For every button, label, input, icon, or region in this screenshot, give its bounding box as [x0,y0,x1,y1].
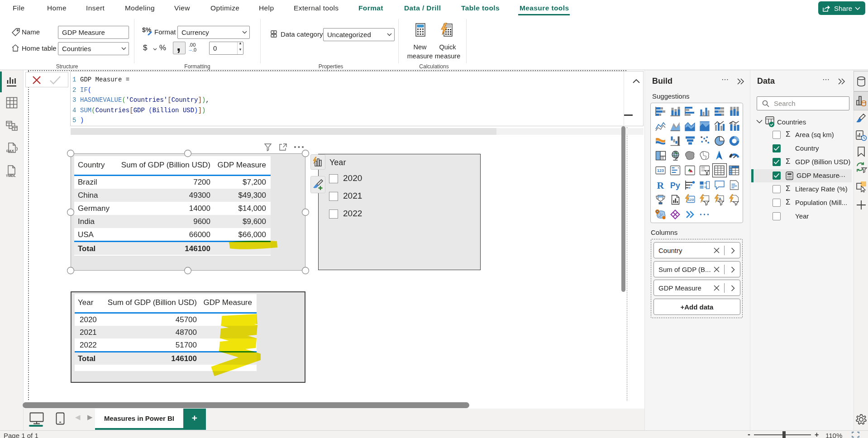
svg-text:DAX: DAX [6,149,14,153]
svg-text:A: A [719,197,722,201]
svg-text:R: R [657,180,665,191]
svg-text:Py: Py [670,181,680,190]
svg-text:TMDL: TMDL [6,174,16,178]
svg-text:123: 123 [657,168,664,173]
